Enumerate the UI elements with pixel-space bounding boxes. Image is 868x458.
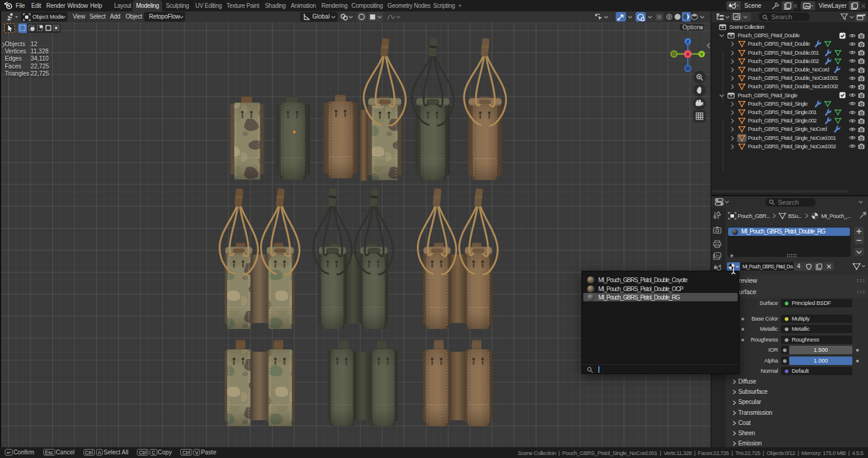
- svg-text:X: X: [686, 52, 690, 57]
- svg-text:Z: Z: [687, 39, 690, 44]
- svg-text:Y: Y: [700, 52, 703, 57]
